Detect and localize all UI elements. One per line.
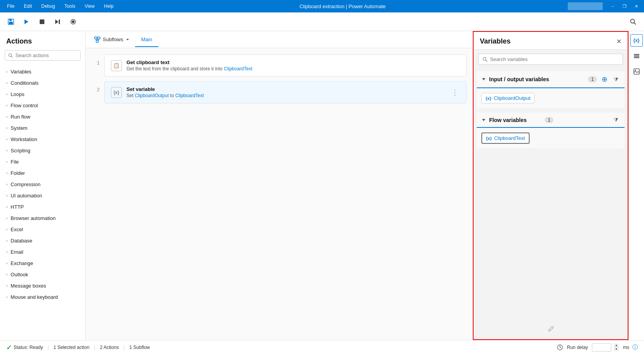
run-delay-stepper[interactable]: ▲ ▼ xyxy=(614,344,619,351)
menu-view[interactable]: View xyxy=(81,2,98,10)
svg-rect-6 xyxy=(59,19,60,24)
input-output-items: {x} ClipboardOutput xyxy=(477,88,625,108)
flow-step: 2 {x} Set variable Set ClipboardOutput t… xyxy=(92,81,467,103)
filter-variables-button[interactable]: ⧩ xyxy=(612,76,620,83)
action-group-item[interactable]: ›Conditionals xyxy=(0,77,85,89)
clipboard-output-chip[interactable]: {x} ClipboardOutput xyxy=(481,93,535,103)
tab-main[interactable]: Main xyxy=(135,33,158,47)
step-card[interactable]: {x} Set variable Set ClipboardOutput to … xyxy=(104,81,467,103)
layers-side-button[interactable] xyxy=(630,50,643,62)
menu-help[interactable]: Help xyxy=(100,2,118,10)
step-title: Get clipboard text xyxy=(126,59,460,65)
step-var-link[interactable]: ClipboardText xyxy=(224,66,252,71)
action-group-item[interactable]: ›UI automation xyxy=(0,190,85,201)
stop-button[interactable] xyxy=(36,16,48,28)
flow-variables-header[interactable]: Flow variables 1 ⧩ xyxy=(477,113,625,128)
flow-variables-title: Flow variables xyxy=(489,117,542,123)
edit-icon xyxy=(547,325,555,333)
chevron-icon: › xyxy=(6,115,7,119)
info-icon[interactable]: ⓘ xyxy=(632,344,638,351)
flow-variables-section: Flow variables 1 ⧩ {x} ClipboardText xyxy=(477,113,625,148)
step-info: Set variable Set ClipboardOutput to Clip… xyxy=(126,86,445,98)
action-group-item[interactable]: ›Folder xyxy=(0,167,85,179)
canvas-tabs: Subflows Main xyxy=(86,31,473,48)
menu-edit[interactable]: Edit xyxy=(20,2,36,10)
clipboard-text-label: ClipboardText xyxy=(494,135,525,141)
step-desc-text: Set xyxy=(126,93,135,98)
menu-file[interactable]: File xyxy=(3,2,18,10)
search-icon xyxy=(8,53,13,58)
step-card[interactable]: 📋 Get clipboard text Get the text from t… xyxy=(104,54,467,77)
clipboard-text-chip[interactable]: {x} ClipboardText xyxy=(481,133,530,144)
input-output-header[interactable]: Input / output variables 1 ⊕ ⧩ xyxy=(477,71,625,88)
step-desc: Set ClipboardOutput to ClipboardText xyxy=(126,93,445,98)
action-group-item[interactable]: ›Excel xyxy=(0,224,85,235)
chevron-icon: › xyxy=(6,103,7,108)
action-group-item[interactable]: ›Run flow xyxy=(0,111,85,122)
action-group-item[interactable]: ›Database xyxy=(0,235,85,246)
menu-debug[interactable]: Debug xyxy=(37,2,59,10)
step-icon: {x} xyxy=(111,87,122,98)
action-group-item[interactable]: ›Exchange xyxy=(0,258,85,269)
variables-search-box[interactable] xyxy=(478,54,623,65)
search-button[interactable] xyxy=(627,16,639,28)
step-var-link2[interactable]: ClipboardText xyxy=(175,93,204,98)
flow-filter-button[interactable]: ⧩ xyxy=(612,117,620,123)
action-group-item[interactable]: ›Scripting xyxy=(0,145,85,156)
chevron-icon: › xyxy=(6,126,7,130)
stepper-down[interactable]: ▼ xyxy=(614,347,619,351)
search-actions-input[interactable] xyxy=(16,52,77,58)
svg-rect-15 xyxy=(96,40,98,42)
actions-count: 2 Actions xyxy=(100,345,119,350)
step-icon: 📋 xyxy=(111,60,122,71)
action-group-item[interactable]: ›HTTP xyxy=(0,201,85,213)
subflows-label: Subflows xyxy=(103,37,123,42)
variables-close-button[interactable]: ✕ xyxy=(616,38,621,45)
chevron-icon: › xyxy=(6,284,7,288)
svg-rect-2 xyxy=(9,22,13,24)
action-group-item[interactable]: ›Outlook xyxy=(0,269,85,280)
variables-side-button[interactable]: {x} xyxy=(630,34,643,47)
action-group-item[interactable]: ›Message boxes xyxy=(0,280,85,291)
record-button[interactable] xyxy=(67,16,79,28)
chevron-icon: › xyxy=(6,92,7,96)
minimize-button[interactable]: − xyxy=(608,2,618,11)
search-variables-icon xyxy=(483,57,488,62)
action-group-item[interactable]: ›Loops xyxy=(0,89,85,100)
image-side-button[interactable] xyxy=(630,65,643,78)
restore-button[interactable]: ❐ xyxy=(620,2,629,11)
action-group-item[interactable]: ›Flow control xyxy=(0,100,85,111)
svg-marker-5 xyxy=(55,19,58,24)
chevron-icon: › xyxy=(6,272,7,277)
subflows-button[interactable]: Subflows xyxy=(90,34,133,45)
actions-title: Actions xyxy=(0,31,85,49)
add-variable-button[interactable]: ⊕ xyxy=(600,75,609,84)
step-desc: Get the text from the clipboard and stor… xyxy=(126,66,460,71)
action-group-item[interactable]: ›Variables xyxy=(0,66,85,77)
svg-line-12 xyxy=(11,56,13,58)
save-button[interactable] xyxy=(5,16,17,28)
sep3: | xyxy=(123,345,125,350)
flow-collapse-icon xyxy=(481,118,486,122)
step-menu-button[interactable]: ⋮ xyxy=(450,87,460,98)
action-group-item[interactable]: ›Compression xyxy=(0,179,85,190)
action-group-item[interactable]: ›System xyxy=(0,122,85,134)
stepper-up[interactable]: ▲ xyxy=(614,344,619,347)
chevron-icon: › xyxy=(6,227,7,232)
action-group-item[interactable]: ›Mouse and keyboard xyxy=(0,291,85,303)
var-badge-output: {x} xyxy=(486,96,491,101)
menu-tools[interactable]: Tools xyxy=(60,2,79,10)
action-group-item[interactable]: ›File xyxy=(0,156,85,167)
step-button[interactable] xyxy=(51,16,64,28)
step-var-link1[interactable]: ClipboardOutput xyxy=(135,93,168,98)
subflows-chevron-icon xyxy=(126,38,130,42)
search-variables-input[interactable] xyxy=(490,56,619,62)
action-group-item[interactable]: ›Workstation xyxy=(0,134,85,145)
actions-search-box[interactable] xyxy=(5,50,81,61)
action-group-item[interactable]: ›Browser automation xyxy=(0,213,85,224)
run-delay-input[interactable]: 100 xyxy=(592,343,611,352)
status-label: Status: Ready xyxy=(14,345,43,350)
close-button[interactable]: ✕ xyxy=(632,2,641,11)
play-button[interactable] xyxy=(20,16,33,28)
action-group-item[interactable]: ›Email xyxy=(0,246,85,258)
